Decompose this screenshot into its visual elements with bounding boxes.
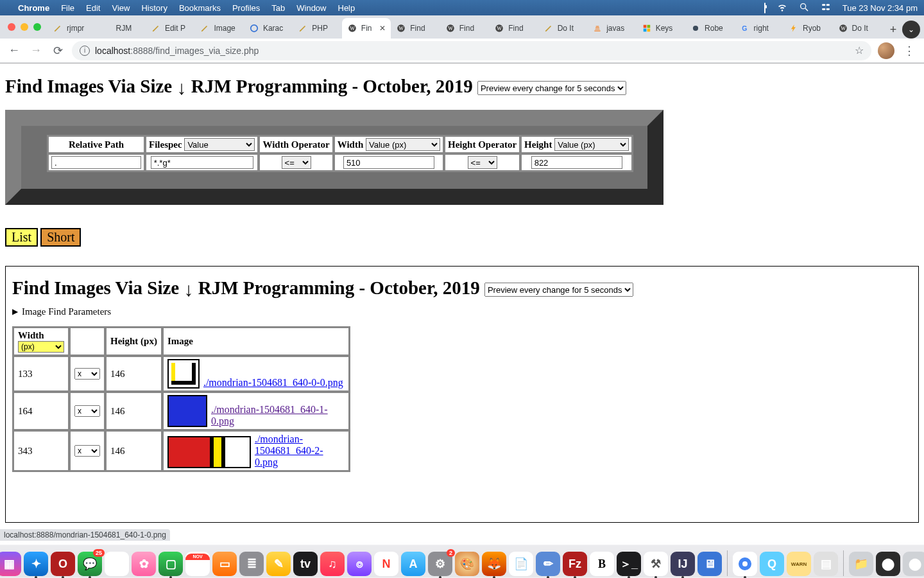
dock-facetime[interactable]: ▢ <box>158 552 183 576</box>
dock-display[interactable]: 🖥 <box>697 552 722 576</box>
spotlight-icon[interactable] <box>799 2 809 14</box>
minimize-window-icon[interactable] <box>21 23 28 31</box>
dock-chrome[interactable] <box>733 552 757 576</box>
dock-filezilla[interactable]: Fz <box>563 552 587 576</box>
menu-view[interactable]: View <box>112 3 130 13</box>
dock-reminders[interactable]: ≣ <box>239 552 264 576</box>
forward-button[interactable]: → <box>28 43 44 58</box>
filespec-input[interactable] <box>151 156 253 169</box>
dock-misc[interactable]: ▤ <box>814 552 838 576</box>
menu-edit[interactable]: Edit <box>86 3 100 13</box>
tab-close-icon[interactable]: ✕ <box>379 24 386 33</box>
browser-tab[interactable]: Robe <box>685 18 734 39</box>
height-value-select[interactable]: Value (px) <box>554 138 629 151</box>
preview-mode-select-inner[interactable]: Preview every change for 5 seconds <box>484 283 633 297</box>
browser-tab[interactable]: Karac <box>244 18 293 39</box>
menu-profiles[interactable]: Profiles <box>232 3 260 13</box>
close-window-icon[interactable] <box>8 23 15 31</box>
browser-tab[interactable]: WFind <box>391 18 440 39</box>
dock-messages[interactable]: 💬25 <box>78 552 102 576</box>
zoom-window-icon[interactable] <box>33 23 41 31</box>
menubar-clock[interactable]: Tue 23 Nov 2:34 pm <box>843 3 918 13</box>
menu-bookmarks[interactable]: Bookmarks <box>179 3 221 13</box>
dock-xcode[interactable]: ⚒ <box>644 552 668 576</box>
dock-art[interactable]: 🎨 <box>455 552 479 576</box>
dock-siri[interactable]: ◉ <box>105 552 129 576</box>
dock-firefox[interactable]: 🦊 <box>482 552 506 576</box>
dock-warning[interactable]: WARN <box>787 552 811 576</box>
reload-button[interactable]: ⟳ <box>50 43 65 58</box>
dock-appstore[interactable]: A <box>401 552 425 576</box>
dock-launchpad[interactable]: ▦ <box>0 552 21 576</box>
browser-tab[interactable]: Ryob <box>783 18 832 39</box>
dock-calendar[interactable]: NOV23 <box>185 552 210 576</box>
width-value-select[interactable]: Value (px) <box>366 138 440 151</box>
height-operator-select[interactable]: <= <box>468 156 497 169</box>
chrome-menu-icon[interactable]: ⋮ <box>901 44 918 58</box>
list-button[interactable]: List <box>5 228 38 247</box>
dock-opera[interactable]: O <box>51 552 75 576</box>
height-input[interactable] <box>531 156 622 169</box>
browser-tab[interactable]: Keys <box>637 18 685 39</box>
bookmark-star-icon[interactable]: ☆ <box>855 44 864 57</box>
x-select[interactable]: x <box>74 405 100 417</box>
new-tab-button[interactable]: + <box>884 21 902 39</box>
filespec-value-select[interactable]: Value <box>184 138 255 151</box>
dock-bold[interactable]: B <box>590 552 614 576</box>
menu-file[interactable]: File <box>61 3 74 13</box>
browser-tab[interactable]: WDo It <box>833 18 882 39</box>
x-select[interactable]: x <box>74 368 100 380</box>
dock-folder2[interactable]: ⬤ <box>876 552 900 576</box>
dock-ibooks[interactable]: ▭ <box>212 552 237 576</box>
site-info-icon[interactable]: i <box>80 46 90 56</box>
browser-tab[interactable]: rjmpr <box>47 18 96 39</box>
dock-systemprefs[interactable]: ⚙2 <box>428 552 452 576</box>
control-center-icon[interactable] <box>821 2 831 14</box>
menu-tab[interactable]: Tab <box>271 3 285 13</box>
dock-notes[interactable]: ✎ <box>266 552 291 576</box>
menu-history[interactable]: History <box>141 3 167 13</box>
result-thumbnail[interactable] <box>167 436 251 468</box>
browser-tab[interactable]: javas <box>587 18 636 39</box>
browser-tab[interactable]: Image <box>194 18 243 39</box>
result-image-link[interactable]: ./mondrian-1504681_640-2-0.png <box>255 434 345 468</box>
menu-help[interactable]: Help <box>338 3 355 13</box>
browser-tab[interactable]: WFind <box>489 18 538 39</box>
preview-mode-select[interactable]: Preview every change for 5 seconds <box>477 81 626 95</box>
wifi-icon[interactable] <box>777 2 787 14</box>
dock-photos[interactable]: ✿ <box>132 552 156 576</box>
browser-tab[interactable]: Gright <box>735 18 783 39</box>
dock-music[interactable]: ♫ <box>320 552 345 576</box>
window-controls[interactable] <box>6 15 47 39</box>
x-select[interactable]: x <box>74 445 100 457</box>
dock-folder3[interactable]: ⬤ <box>903 552 924 576</box>
dock-intellij[interactable]: IJ <box>671 552 695 576</box>
browser-tab[interactable]: PHP <box>293 18 341 39</box>
address-bar[interactable]: i localhost:8888/find_images_via_size.ph… <box>72 41 871 60</box>
result-image-link[interactable]: ./mondrian-1504681_640-0-0.png <box>203 377 343 389</box>
width-input[interactable] <box>343 156 434 169</box>
relative-path-input[interactable] <box>51 156 141 169</box>
dock-quicktime[interactable]: Q <box>760 552 784 576</box>
result-thumbnail[interactable] <box>167 359 200 389</box>
browser-tab[interactable]: Do It <box>538 18 587 39</box>
dock-safari[interactable]: ✦ <box>24 552 48 576</box>
short-button[interactable]: Short <box>40 228 81 247</box>
battery-icon[interactable] <box>764 3 766 13</box>
menubar-app-name[interactable]: Chrome <box>18 3 49 13</box>
dock-paintbrush[interactable]: ✏ <box>536 552 560 576</box>
tab-overflow-button[interactable]: ⌄ <box>902 21 920 39</box>
browser-tab[interactable]: WFin✕ <box>342 18 391 39</box>
result-image-link[interactable]: ./mondrian-1504681_640-1-0.png <box>211 404 345 427</box>
parameters-disclosure[interactable]: ▶ Image Find Parameters <box>12 306 912 317</box>
menu-window[interactable]: Window <box>296 3 326 13</box>
dock-textedit[interactable]: 📄 <box>509 552 533 576</box>
dock-news[interactable]: N <box>374 552 398 576</box>
result-thumbnail[interactable] <box>167 395 207 427</box>
width-operator-select[interactable]: <= <box>282 156 311 169</box>
back-button[interactable]: ← <box>6 43 22 58</box>
browser-tab[interactable]: WFind <box>440 18 489 39</box>
dock-appletv[interactable]: tv <box>293 552 318 576</box>
browser-tab[interactable]: RJM <box>96 18 145 39</box>
dock-folder1[interactable]: 📁 <box>849 552 873 576</box>
